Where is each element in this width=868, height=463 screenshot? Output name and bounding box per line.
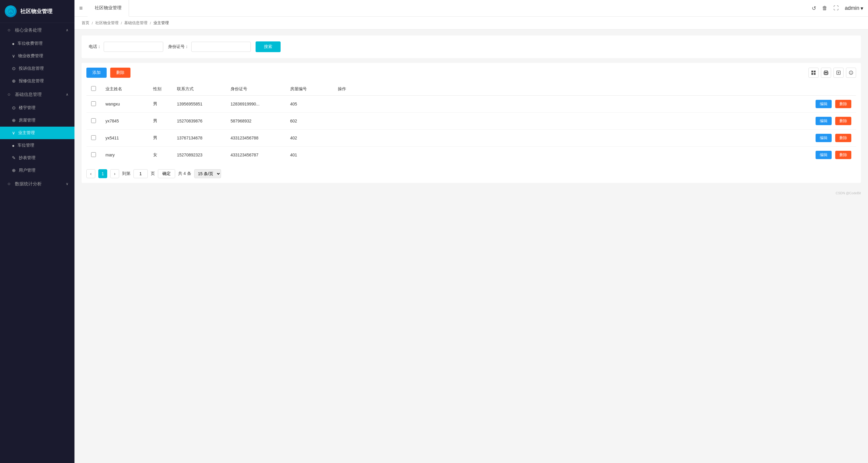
meter-label: 抄表管理 — [19, 155, 35, 161]
basic-info-icon: ○ — [6, 91, 12, 97]
fullscreen-icon[interactable]: ⛶ — [833, 5, 839, 11]
row-checkbox[interactable] — [91, 152, 96, 157]
parking-label: 车位管理 — [18, 143, 34, 148]
parking-fee-icon: ● — [12, 41, 14, 46]
app-logo — [5, 5, 17, 17]
table-header-row: 业主姓名 性别 联系方式 身份证号 房屋编号 操作 — [86, 83, 856, 96]
edit-button[interactable]: 编辑 — [815, 151, 832, 159]
cell-name: yx5411 — [101, 130, 148, 147]
row-checkbox[interactable] — [91, 101, 96, 106]
cell-gender: 男 — [148, 96, 172, 113]
tab-property-management[interactable]: 社区物业管理 — [88, 0, 129, 17]
goto-page-input[interactable] — [133, 169, 148, 178]
page-size-select[interactable]: 10 条/页15 条/页20 条/页50 条/页 — [194, 169, 221, 178]
tab-label: 社区物业管理 — [95, 5, 122, 11]
table-row: wangxu 男 13956955851 12836919990... 405 … — [86, 96, 856, 113]
select-all-checkbox[interactable] — [91, 86, 96, 91]
edit-button[interactable]: 编辑 — [815, 134, 832, 142]
sidebar: 社区物业管理 ○ 核心业务处理 ∧ ● 车位收费管理 ∨ 物业收费管理 ⊙ 投诉… — [0, 0, 74, 463]
table-card: 添加 删除 — [82, 63, 861, 183]
breadcrumb-basic-info[interactable]: 基础信息管理 — [124, 20, 148, 26]
delete-row-button[interactable]: 删除 — [835, 134, 851, 142]
goto-confirm-button[interactable]: 确定 — [158, 169, 175, 178]
nav-group-basic-info: ○ 基础信息管理 ∧ — [0, 87, 74, 102]
cell-phone: 13956955851 — [172, 96, 226, 113]
breadcrumb-home[interactable]: 首页 — [82, 20, 89, 26]
cell-id: 433123456787 — [226, 147, 285, 163]
nav-group-core-business: ○ 核心业务处理 ∧ — [0, 23, 74, 37]
nav-group-header-core-business[interactable]: ○ 核心业务处理 ∧ — [0, 23, 74, 37]
print-button[interactable] — [821, 68, 831, 78]
edit-button[interactable]: 编辑 — [815, 100, 832, 108]
add-button[interactable]: 添加 — [86, 68, 106, 78]
delete-row-button[interactable]: 删除 — [835, 100, 851, 108]
nav-group-header-data-analysis[interactable]: ○ 数据统计分析 ∨ — [0, 177, 74, 191]
table-row: yx5411 男 13767134678 433123456788 402 编辑… — [86, 130, 856, 147]
cell-actions: 编辑 删除 — [333, 113, 856, 130]
refresh-icon[interactable]: ↺ — [812, 5, 816, 11]
cell-name: wangxu — [101, 96, 148, 113]
sidebar-item-complaint[interactable]: ⊙ 投诉信息管理 — [0, 62, 74, 75]
cell-gender: 男 — [148, 113, 172, 130]
main-area: ≡ 社区物业管理 ↺ 🗑 ⛶ admin ▾ 首页 / 社区物业管理 / 基础信… — [74, 0, 868, 463]
col-header-room: 房屋编号 — [285, 83, 333, 96]
cell-actions: 编辑 删除 — [333, 130, 856, 147]
svg-rect-3 — [811, 73, 813, 75]
user-mgmt-icon: ⊕ — [12, 168, 16, 173]
sidebar-item-owner[interactable]: ∨ 业主管理 — [0, 127, 74, 139]
next-page-button[interactable]: › — [110, 169, 119, 178]
info-button[interactable] — [846, 68, 856, 78]
sidebar-item-house[interactable]: ⊕ 房屋管理 — [0, 114, 74, 127]
sidebar-item-parking[interactable]: ● 车位管理 — [0, 139, 74, 152]
house-label: 房屋管理 — [19, 118, 35, 123]
delete-tab-icon[interactable]: 🗑 — [822, 5, 828, 11]
data-analysis-label: 数据统计分析 — [15, 181, 66, 187]
col-header-gender: 性别 — [148, 83, 172, 96]
edit-button[interactable]: 编辑 — [815, 117, 832, 125]
row-checkbox[interactable] — [91, 135, 96, 140]
prev-page-button[interactable]: ‹ — [86, 169, 95, 178]
delete-row-button[interactable]: 删除 — [835, 151, 851, 159]
sidebar-item-repair[interactable]: ⊕ 报修信息管理 — [0, 75, 74, 87]
sidebar-item-building[interactable]: ⊙ 楼宇管理 — [0, 102, 74, 114]
content-area: 首页 / 社区物业管理 / 基础信息管理 / 业主管理 电话： 身份证号： 搜索 — [74, 17, 868, 463]
phone-input[interactable] — [104, 42, 163, 52]
sidebar-item-meter[interactable]: ✎ 抄表管理 — [0, 152, 74, 164]
cell-phone: 15270839876 — [172, 113, 226, 130]
meter-icon: ✎ — [12, 155, 16, 161]
grid-view-button[interactable] — [808, 68, 818, 78]
sidebar-item-parking-fee[interactable]: ● 车位收费管理 — [0, 37, 74, 50]
bulk-delete-button[interactable]: 删除 — [110, 68, 130, 78]
svg-point-0 — [7, 7, 14, 15]
nav-group-data-analysis: ○ 数据统计分析 ∨ — [0, 177, 74, 191]
delete-row-button[interactable]: 删除 — [835, 117, 851, 125]
breadcrumb: 首页 / 社区物业管理 / 基础信息管理 / 业主管理 — [74, 17, 868, 30]
sidebar-item-user-mgmt[interactable]: ⊕ 用户管理 — [0, 164, 74, 177]
search-button[interactable]: 搜索 — [255, 41, 281, 52]
cell-room: 401 — [285, 147, 333, 163]
page-label: 页 — [151, 171, 155, 176]
goto-label: 到第 — [122, 171, 130, 176]
nav-group-header-basic-info[interactable]: ○ 基础信息管理 ∧ — [0, 87, 74, 102]
menu-toggle-icon[interactable]: ≡ — [79, 5, 83, 11]
page-content: 电话： 身份证号： 搜索 添加 删除 — [74, 30, 868, 189]
page-1-button[interactable]: 1 — [98, 169, 107, 178]
export-button[interactable] — [833, 68, 844, 78]
svg-rect-6 — [825, 73, 828, 75]
parking-fee-label: 车位收费管理 — [18, 41, 42, 46]
row-checkbox[interactable] — [91, 118, 96, 123]
cell-id: 433123456788 — [226, 130, 285, 147]
sidebar-item-property-fee[interactable]: ∨ 物业收费管理 — [0, 50, 74, 62]
breadcrumb-property[interactable]: 社区物业管理 — [95, 20, 119, 26]
total-count: 共 4 条 — [178, 171, 191, 176]
table-toolbar: 添加 删除 — [86, 68, 856, 78]
topbar-actions: ↺ 🗑 ⛶ admin ▾ — [812, 5, 863, 11]
cell-phone: 15270892323 — [172, 147, 226, 163]
user-dropdown[interactable]: admin ▾ — [845, 5, 863, 11]
building-icon: ⊙ — [12, 105, 16, 111]
property-fee-icon: ∨ — [12, 53, 15, 59]
cell-actions: 编辑 删除 — [333, 96, 856, 113]
id-input[interactable] — [191, 42, 251, 52]
svg-rect-4 — [814, 73, 815, 75]
col-header-check — [86, 83, 101, 96]
